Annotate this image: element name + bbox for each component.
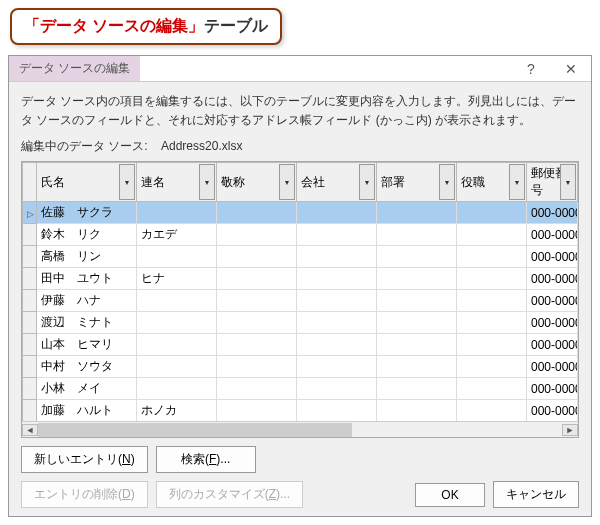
cell[interactable] [457, 290, 527, 312]
cell[interactable]: 000-0000 [527, 312, 578, 334]
horizontal-scrollbar[interactable]: ◄ ► [22, 421, 578, 437]
cell[interactable]: 中村 ソウタ [37, 356, 137, 378]
cell[interactable]: 000-0000 [527, 202, 578, 224]
cell[interactable]: 000-0000 [527, 246, 578, 268]
dropdown-icon[interactable] [560, 164, 576, 200]
cell[interactable]: ヒナ [137, 268, 217, 290]
cell[interactable] [217, 378, 297, 400]
help-button[interactable]: ? [511, 61, 551, 77]
cell[interactable] [457, 312, 527, 334]
scroll-track[interactable] [38, 423, 562, 437]
cancel-button[interactable]: キャンセル [493, 481, 579, 508]
cell[interactable] [457, 378, 527, 400]
cell[interactable]: 山本 ヒマリ [37, 334, 137, 356]
close-button[interactable]: ✕ [551, 61, 591, 77]
dropdown-icon[interactable] [439, 164, 455, 200]
table-row[interactable]: 加藤 ハルトホノカ000-0000 [23, 400, 578, 421]
cell[interactable]: 高橋 リン [37, 246, 137, 268]
row-header[interactable] [23, 202, 37, 224]
cell[interactable] [217, 246, 297, 268]
cell[interactable] [137, 290, 217, 312]
table-row[interactable]: 高橋 リン000-0000 [23, 246, 578, 268]
row-header[interactable] [23, 312, 37, 334]
scroll-thumb[interactable] [38, 423, 352, 437]
col-header-comp[interactable]: 会社 [297, 163, 377, 202]
cell[interactable] [217, 356, 297, 378]
cell[interactable] [377, 224, 457, 246]
row-header[interactable] [23, 246, 37, 268]
cell[interactable]: 伊藤 ハナ [37, 290, 137, 312]
find-button[interactable]: 検索(F)... [156, 446, 256, 473]
cell[interactable] [377, 334, 457, 356]
cell[interactable] [457, 202, 527, 224]
cell[interactable] [137, 312, 217, 334]
cell[interactable]: カエデ [137, 224, 217, 246]
scroll-left-icon[interactable]: ◄ [22, 424, 38, 436]
table-row[interactable]: 小林 メイ000-0000 [23, 378, 578, 400]
cell[interactable] [457, 246, 527, 268]
cell[interactable]: 000-0000 [527, 268, 578, 290]
cell[interactable] [217, 224, 297, 246]
ok-button[interactable]: OK [415, 483, 485, 507]
row-header[interactable] [23, 378, 37, 400]
dropdown-icon[interactable] [119, 164, 135, 200]
scroll-right-icon[interactable]: ► [562, 424, 578, 436]
cell[interactable] [377, 312, 457, 334]
cell[interactable] [137, 202, 217, 224]
table-row[interactable]: 渡辺 ミナト000-0000 [23, 312, 578, 334]
cell[interactable]: 000-0000 [527, 378, 578, 400]
cell[interactable] [297, 378, 377, 400]
cell[interactable] [137, 334, 217, 356]
cell[interactable] [217, 400, 297, 421]
cell[interactable]: ホノカ [137, 400, 217, 421]
cell[interactable] [377, 378, 457, 400]
table-row[interactable]: 伊藤 ハナ000-0000 [23, 290, 578, 312]
dropdown-icon[interactable] [359, 164, 375, 200]
cell[interactable] [297, 268, 377, 290]
cell[interactable]: 000-0000 [527, 290, 578, 312]
cell[interactable] [457, 224, 527, 246]
new-entry-button[interactable]: 新しいエントリ(N) [21, 446, 148, 473]
col-header-dept[interactable]: 部署 [377, 163, 457, 202]
row-header[interactable] [23, 400, 37, 421]
cell[interactable] [297, 312, 377, 334]
cell[interactable] [377, 246, 457, 268]
table-row[interactable]: 佐藤 サクラ000-0000 [23, 202, 578, 224]
table-row[interactable]: 中村 ソウタ000-0000 [23, 356, 578, 378]
cell[interactable] [457, 268, 527, 290]
cell[interactable]: 小林 メイ [37, 378, 137, 400]
cell[interactable] [297, 400, 377, 421]
cell[interactable]: 田中 ユウト [37, 268, 137, 290]
cell[interactable] [377, 268, 457, 290]
row-header[interactable] [23, 334, 37, 356]
cell[interactable]: 000-0000 [527, 224, 578, 246]
cell[interactable]: 000-0000 [527, 334, 578, 356]
cell[interactable] [297, 246, 377, 268]
cell[interactable] [217, 334, 297, 356]
row-header[interactable] [23, 268, 37, 290]
table-row[interactable]: 田中 ユウトヒナ000-0000 [23, 268, 578, 290]
cell[interactable]: 000-0000 [527, 356, 578, 378]
dropdown-icon[interactable] [199, 164, 215, 200]
cell[interactable] [297, 290, 377, 312]
col-header-hono[interactable]: 敬称 [217, 163, 297, 202]
cell[interactable] [137, 246, 217, 268]
row-header[interactable] [23, 290, 37, 312]
cell[interactable] [377, 290, 457, 312]
cell[interactable] [457, 356, 527, 378]
cell[interactable]: 鈴木 リク [37, 224, 137, 246]
col-header-alt[interactable]: 連名 [137, 163, 217, 202]
col-header-title[interactable]: 役職 [457, 163, 527, 202]
cell[interactable] [217, 202, 297, 224]
cell[interactable] [217, 268, 297, 290]
col-header-name[interactable]: 氏名 [37, 163, 137, 202]
cell[interactable] [377, 356, 457, 378]
cell[interactable] [137, 356, 217, 378]
cell[interactable]: 000-0000 [527, 400, 578, 421]
cell[interactable]: 加藤 ハルト [37, 400, 137, 421]
cell[interactable] [377, 202, 457, 224]
cell[interactable] [457, 334, 527, 356]
table-row[interactable]: 山本 ヒマリ000-0000 [23, 334, 578, 356]
cell[interactable] [297, 202, 377, 224]
cell[interactable] [297, 334, 377, 356]
